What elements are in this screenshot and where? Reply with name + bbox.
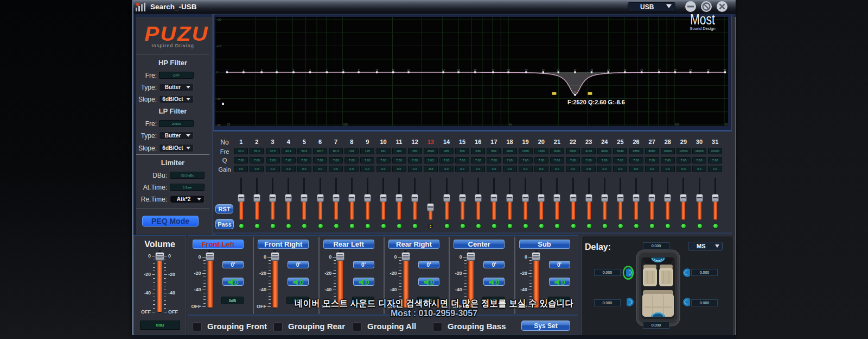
svg-text:15: 15 bbox=[457, 68, 460, 71]
svg-text:17: 17 bbox=[492, 68, 495, 71]
svg-text:30: 30 bbox=[707, 68, 710, 71]
svg-text:23: 23 bbox=[590, 68, 593, 71]
svg-text:11: 11 bbox=[392, 68, 395, 71]
svg-text:31: 31 bbox=[724, 68, 726, 71]
svg-text:21: 21 bbox=[557, 68, 560, 71]
svg-text:0: 0 bbox=[216, 71, 218, 74]
svg-text:12: 12 bbox=[407, 68, 410, 71]
svg-text:+10: +10 bbox=[216, 45, 221, 48]
svg-text:F:2520 Q:2.60 G:-8.6: F:2520 Q:2.60 G:-8.6 bbox=[567, 99, 625, 105]
svg-text:20k: 20k bbox=[725, 123, 728, 126]
svg-text:29: 29 bbox=[689, 68, 692, 71]
svg-text:18: 18 bbox=[507, 68, 510, 71]
svg-text:16: 16 bbox=[474, 68, 477, 71]
svg-text:22: 22 bbox=[574, 68, 577, 71]
svg-text:-20: -20 bbox=[216, 123, 220, 126]
svg-text:20: 20 bbox=[227, 123, 231, 126]
svg-text:14: 14 bbox=[442, 68, 445, 71]
svg-text:25: 25 bbox=[624, 68, 627, 71]
svg-text:-10: -10 bbox=[216, 97, 220, 101]
svg-text:24: 24 bbox=[607, 68, 610, 71]
svg-text:13: 13 bbox=[574, 91, 577, 93]
svg-text:+20: +20 bbox=[216, 18, 221, 21]
svg-text:27: 27 bbox=[658, 68, 661, 71]
svg-text:28: 28 bbox=[674, 68, 676, 71]
svg-text:10k: 10k bbox=[675, 123, 680, 126]
svg-text:1k: 1k bbox=[509, 123, 512, 126]
svg-text:10: 10 bbox=[375, 68, 378, 71]
svg-text:26: 26 bbox=[640, 68, 643, 71]
svg-text:100: 100 bbox=[343, 123, 348, 126]
svg-text:20: 20 bbox=[542, 68, 545, 71]
svg-text:19: 19 bbox=[525, 68, 528, 71]
